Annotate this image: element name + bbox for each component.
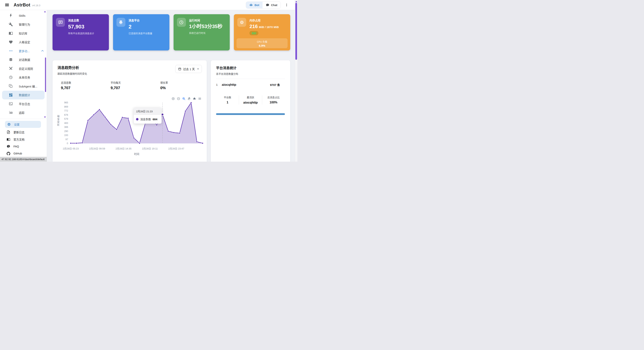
bot-tab-label: Bot <box>254 4 259 7</box>
sidebar-item-changelog[interactable]: 更新日志 <box>0 128 47 136</box>
trend-stat-label: 总消息数 <box>61 80 110 84</box>
sidebar-item-persona[interactable]: 人格设定 <box>0 38 47 47</box>
bot-tab[interactable]: Bot <box>246 2 262 8</box>
chevron-up-icon <box>41 49 44 52</box>
stat-card-uptime: 运行时间 1小时53分35秒 系统已运行时长 <box>174 14 230 50</box>
faq-icon: ?! <box>7 144 10 148</box>
trend-chart[interactable]: 消息条数 965869772676579483386290193970 2月28… <box>58 100 202 156</box>
stat-card-memory: 内存占用 216MiB / 1870 MiB 良好 CPU 负载 6.9% <box>234 14 290 50</box>
sidebar-item-github[interactable]: GitHub <box>0 150 47 157</box>
trend-area-chart[interactable] <box>71 103 202 144</box>
hamburger-menu-icon[interactable] <box>4 2 10 8</box>
home-icon[interactable] <box>193 97 196 100</box>
time-range-select[interactable]: 过去 1 天 <box>175 65 202 73</box>
top-bar: AstrBot v4.18.3 Bot Chat <box>0 0 298 10</box>
trend-title: 消息趋势分析 <box>58 65 87 70</box>
stat-card-value: 1小时53分35秒 <box>189 24 222 30</box>
chat-tab[interactable]: Chat <box>262 2 280 8</box>
more-options-icon[interactable] <box>285 3 288 7</box>
heart-icon <box>9 40 13 44</box>
sidebar-item-docs[interactable]: 官方文档 <box>0 136 47 143</box>
dots-icon <box>9 49 13 53</box>
y-tick-label: 579 <box>64 118 68 120</box>
calendar-icon <box>178 67 181 70</box>
trend-stat-value: 0% <box>160 86 202 90</box>
sidebar-item-faq[interactable]: ?! FAQ <box>0 143 47 150</box>
platform-stat-label: 平台数 <box>216 96 239 99</box>
platform-stat-label: 最活跃 <box>239 96 262 99</box>
cpu-load-panel: CPU 负载 6.9% <box>236 38 288 48</box>
sidebar-footer: 设置 更新日志 官方文档 ?! FAQ GitHub <box>0 119 47 162</box>
stat-card-subtitle: 已连接的消息平台数量 <box>128 32 152 35</box>
sidebar-item-manage-behavior[interactable]: 管理行为 <box>0 20 47 29</box>
clock-icon <box>9 75 13 80</box>
trend-stat-value: 9,707 <box>61 86 110 90</box>
platform-row[interactable]: 1 aiocqhttp 9707 条 <box>216 83 285 87</box>
github-icon <box>7 152 10 155</box>
platform-stat-value: 100% <box>262 101 285 104</box>
box-zoom-icon[interactable] <box>182 97 186 100</box>
sidebar: Skills 管理行为 知识库 人格设定 更多功... 对话数据 <box>0 10 47 162</box>
sidebar-item-trace[interactable]: 追踪 <box>0 108 47 117</box>
book-icon <box>9 31 13 35</box>
cpu-load-value: 6.9% <box>236 44 288 47</box>
sidebar-item-settings[interactable]: 设置 <box>5 121 41 128</box>
x-tick-label: 2月28日 23:47 <box>168 147 184 150</box>
sidebar-item-custom-rules[interactable]: 自定义规则 <box>0 64 47 73</box>
time-range-value: 过去 1 天 <box>183 67 195 71</box>
sidebar-scroll-up-icon[interactable] <box>44 11 46 12</box>
stat-card-title: 消息平台 <box>128 18 152 22</box>
tools-icon <box>9 66 13 70</box>
divider <box>216 79 285 79</box>
gear-icon <box>7 122 11 126</box>
stat-card-title: 消息总数 <box>68 18 94 22</box>
sidebar-item-future-tasks[interactable]: 未来任务 <box>0 73 47 82</box>
platform-share-progress-bar <box>216 113 285 115</box>
dashboard-icon <box>9 93 13 97</box>
chart-x-axis-title: 时间 <box>71 152 202 156</box>
sidebar-item-more-features[interactable]: 更多功... <box>0 46 47 56</box>
sidebar-item-platform-logs[interactable]: 平台日志 <box>0 100 47 108</box>
chat-bubble-icon <box>266 3 269 7</box>
hub-icon <box>116 18 126 27</box>
zoom-out-icon[interactable] <box>177 97 180 100</box>
sidebar-scrollbar-thumb[interactable] <box>45 58 46 92</box>
app-version: v4.18.3 <box>32 4 40 7</box>
docs-icon <box>7 138 10 141</box>
x-tick-label: 2月28日 09:59 <box>89 147 105 150</box>
pan-icon[interactable] <box>188 97 191 100</box>
sidebar-item-knowledge-base[interactable]: 知识库 <box>0 29 47 38</box>
y-tick-label: 193 <box>64 134 68 136</box>
trend-summary-stats: 总消息数 9,707 平均每天 9,707 增长率 0% <box>58 80 202 90</box>
trend-stat-label: 平均每天 <box>110 80 160 84</box>
sidebar-item-subagent[interactable]: SubAgent 编... <box>0 82 47 91</box>
stat-card-platforms: 消息平台 2 已连接的消息平台数量 <box>113 14 170 50</box>
sidebar-item-skills[interactable]: Skills <box>0 11 47 20</box>
y-tick-label: 676 <box>64 114 68 116</box>
x-tick-label: 2月28日 19:11 <box>142 147 158 150</box>
platform-stats-card: 平台消息统计 各平台消息数量分布 1 aiocqhttp 9707 条 平台数 … <box>211 60 290 162</box>
terminal-icon <box>9 102 13 106</box>
sidebar-scroll-down-icon[interactable] <box>44 116 46 118</box>
scrollbar-up-arrow-icon[interactable] <box>295 1 297 2</box>
stat-card-subtitle: 系统已运行时长 <box>189 31 222 35</box>
message-trend-card: 消息趋势分析 跟踪消息数量随时间的变化 过去 1 天 总消息数 9,7 <box>52 60 207 162</box>
page-scrollbar-thumb[interactable] <box>295 3 297 60</box>
sidebar-item-conversation-data[interactable]: 对话数据 <box>0 56 47 64</box>
sidebar-item-statistics[interactable]: 数据统计 <box>2 91 44 100</box>
platform-stat-value: 1 <box>216 101 239 104</box>
platform-stat-value: aiocqhttp <box>239 101 262 104</box>
dropdown-caret-icon <box>197 68 199 70</box>
main-content: 消息总数 57,903 所有平台发送的消息总计 消息平台 2 已连接的消息平台数… <box>47 10 295 162</box>
platform-stat-label: 总消息占比 <box>262 96 285 99</box>
app-window: AstrBot v4.18.3 Bot Chat <box>0 0 298 162</box>
stat-cards-row: 消息总数 57,903 所有平台发送的消息总计 消息平台 2 已连接的消息平台数… <box>52 14 290 50</box>
zoom-in-icon[interactable] <box>172 97 175 100</box>
page-scrollbar[interactable] <box>295 0 298 162</box>
menu-icon[interactable] <box>198 97 202 100</box>
trend-stat-label: 增长率 <box>160 80 202 84</box>
platform-message-count: 9707 条 <box>270 83 285 87</box>
platform-card-subtitle: 各平台消息数量分布 <box>216 72 285 76</box>
chat-tab-label: Chat <box>271 4 277 7</box>
changelog-icon <box>7 130 10 134</box>
